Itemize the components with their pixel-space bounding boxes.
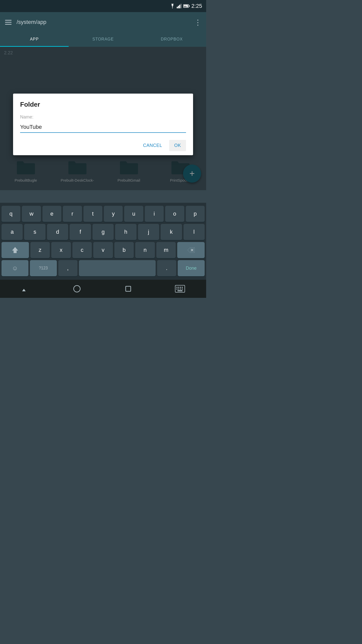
folder-dialog: Folder Name: CANCEL OK [13, 94, 193, 155]
recents-button[interactable] [124, 284, 133, 293]
nav-bar [0, 280, 206, 298]
svg-point-0 [172, 8, 173, 9]
svg-rect-4 [180, 4, 182, 8]
svg-point-12 [74, 286, 80, 292]
key-v[interactable]: v [93, 242, 113, 258]
key-g[interactable]: g [93, 224, 114, 240]
home-icon [72, 284, 81, 293]
keyboard-row-3: z x c v b n m [2, 242, 205, 258]
keyboard: q w e r t y u i o p a s d f g h j k l z … [0, 203, 206, 280]
backspace-icon [187, 247, 195, 253]
svg-marker-11 [22, 289, 26, 291]
svg-rect-16 [178, 287, 179, 288]
shift-key[interactable] [2, 242, 29, 258]
key-q[interactable]: q [2, 206, 20, 222]
svg-rect-2 [178, 6, 179, 8]
key-x[interactable]: x [51, 242, 71, 258]
status-time: 2:25 [191, 3, 202, 9]
key-j[interactable]: j [138, 224, 159, 240]
symbols-key[interactable]: ?123 [30, 260, 57, 276]
key-b[interactable]: b [114, 242, 134, 258]
folder-name-input[interactable] [20, 122, 186, 133]
keyboard-separator [0, 190, 206, 203]
battery-icon: 69 [183, 4, 190, 8]
status-bar: 69 2:25 [0, 0, 206, 12]
key-r[interactable]: r [63, 206, 82, 222]
wifi-icon [170, 4, 175, 8]
svg-rect-21 [180, 289, 181, 290]
dialog-title: Folder [20, 101, 186, 108]
key-i[interactable]: i [145, 206, 164, 222]
more-options-icon[interactable]: ⋮ [194, 18, 201, 27]
cancel-button[interactable]: CANCEL [138, 140, 167, 151]
key-y[interactable]: y [104, 206, 123, 222]
key-h[interactable]: h [115, 224, 136, 240]
backspace-key[interactable] [177, 242, 205, 258]
svg-rect-23 [177, 290, 183, 291]
period-key[interactable]: . [157, 260, 176, 276]
key-w[interactable]: w [22, 206, 41, 222]
keyboard-row-4: ☺ ?123 , . Done [2, 260, 205, 276]
key-l[interactable]: l [184, 224, 205, 240]
dialog-input-wrapper [20, 122, 186, 133]
key-m[interactable]: m [156, 242, 176, 258]
svg-rect-3 [179, 5, 180, 8]
key-t[interactable]: t [83, 206, 102, 222]
hamburger-icon[interactable] [5, 20, 12, 25]
svg-rect-15 [176, 287, 177, 288]
keyboard-button[interactable] [175, 285, 185, 293]
tab-dropbox[interactable]: DROPBOX [138, 32, 206, 47]
shift-icon [12, 247, 19, 254]
keyboard-icon [175, 285, 185, 293]
key-k[interactable]: k [161, 224, 182, 240]
recents-icon [124, 284, 133, 293]
key-n[interactable]: n [135, 242, 155, 258]
back-icon [21, 284, 30, 293]
key-c[interactable]: c [72, 242, 92, 258]
svg-rect-6 [189, 5, 190, 7]
app-bar-left: /system/app [5, 19, 47, 25]
keyboard-row-2: a s d f g h j k l [2, 224, 205, 240]
signal-icon [177, 4, 182, 8]
svg-rect-1 [177, 7, 178, 8]
ok-button[interactable]: OK [169, 140, 186, 151]
tab-storage[interactable]: STORAGE [69, 32, 137, 47]
keyboard-row-1: q w e r t y u i o p [2, 206, 205, 222]
svg-rect-13 [126, 286, 131, 291]
key-s[interactable]: s [24, 224, 45, 240]
back-button[interactable] [21, 284, 30, 293]
svg-rect-17 [180, 287, 181, 288]
done-key[interactable]: Done [178, 260, 205, 276]
svg-rect-10 [14, 252, 16, 253]
tab-app[interactable]: APP [0, 32, 69, 47]
key-p[interactable]: p [186, 206, 205, 222]
svg-rect-20 [178, 289, 179, 290]
svg-rect-22 [182, 289, 183, 290]
app-bar: /system/app ⋮ [0, 12, 206, 32]
key-u[interactable]: u [124, 206, 143, 222]
content-area: 2.22 PrebuiltBugle Prebuilt-DeskClock- P… [0, 47, 206, 190]
home-button[interactable] [72, 284, 81, 293]
key-e[interactable]: e [42, 206, 61, 222]
svg-rect-19 [176, 289, 177, 290]
svg-text:69: 69 [184, 5, 187, 8]
comma-key[interactable]: , [58, 260, 77, 276]
key-d[interactable]: d [47, 224, 68, 240]
key-z[interactable]: z [30, 242, 50, 258]
key-f[interactable]: f [70, 224, 91, 240]
svg-rect-18 [182, 287, 183, 288]
space-key[interactable] [79, 260, 156, 276]
app-bar-title: /system/app [17, 19, 47, 25]
tabs: APP STORAGE DROPBOX [0, 32, 206, 47]
dialog-actions: CANCEL OK [20, 140, 186, 151]
key-o[interactable]: o [165, 206, 184, 222]
emoji-key[interactable]: ☺ [2, 260, 28, 276]
dialog-name-label: Name: [20, 114, 186, 120]
status-icons: 69 2:25 [170, 3, 202, 9]
key-a[interactable]: a [2, 224, 23, 240]
